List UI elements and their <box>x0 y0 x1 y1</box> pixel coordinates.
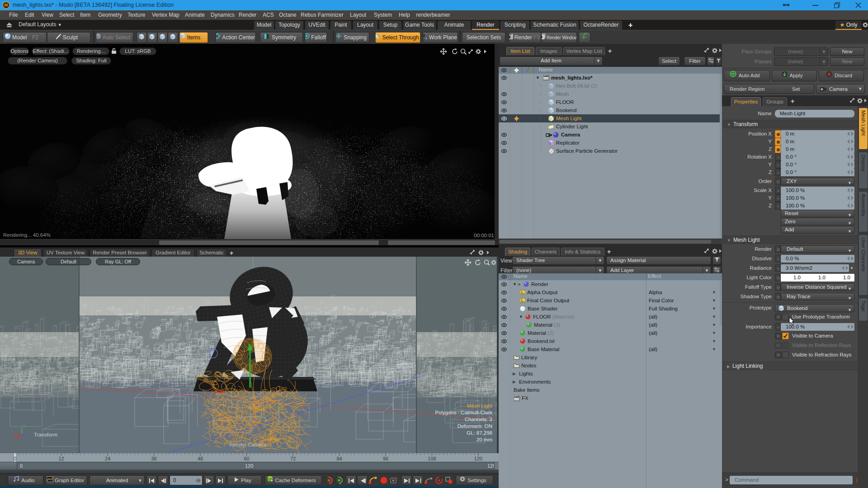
svg-text:48: 48 <box>198 456 203 461</box>
svg-text:84: 84 <box>336 456 342 461</box>
svg-text:Deformers: ON: Deformers: ON <box>458 423 492 429</box>
svg-text:96: 96 <box>383 456 388 461</box>
svg-text:Channels: 3: Channels: 3 <box>465 417 492 422</box>
svg-text:Transform: Transform <box>34 432 57 437</box>
svg-text:0: 0 <box>14 456 16 461</box>
svg-text:24: 24 <box>105 456 110 461</box>
svg-text:Polygons : Catmull-Clark: Polygons : Catmull-Clark <box>435 410 492 415</box>
svg-text:GL: 87,298: GL: 87,298 <box>467 430 492 436</box>
svg-text:Render Camera: Render Camera <box>229 442 266 447</box>
svg-text:60: 60 <box>244 456 249 461</box>
svg-text:Y: Y <box>23 424 26 428</box>
svg-text:36: 36 <box>151 456 156 461</box>
svg-text:12: 12 <box>58 456 64 461</box>
svg-text:72: 72 <box>290 456 296 461</box>
svg-text:20 mm: 20 mm <box>476 437 492 442</box>
svg-text:Mesh Light: Mesh Light <box>467 403 493 408</box>
svg-text:120: 120 <box>474 456 482 461</box>
svg-text:108: 108 <box>428 456 436 461</box>
